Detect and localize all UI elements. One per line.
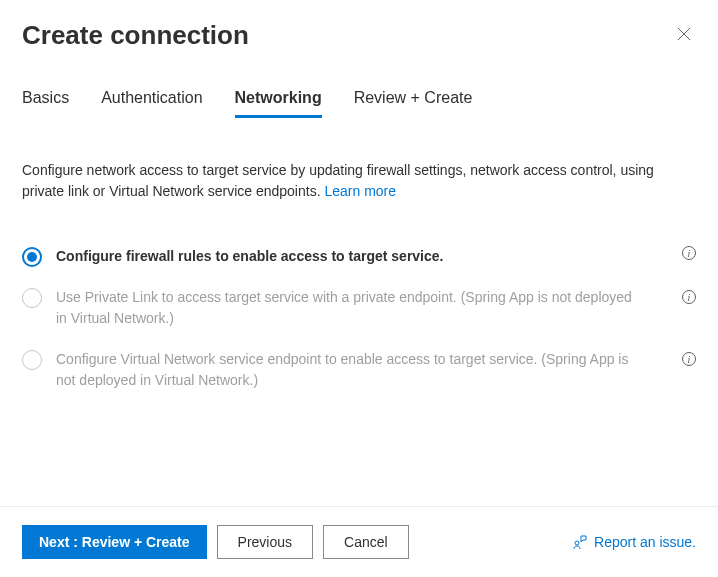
info-icon[interactable]: i <box>682 352 696 366</box>
info-icon[interactable]: i <box>682 246 696 260</box>
page-title: Create connection <box>22 20 249 51</box>
previous-button[interactable]: Previous <box>217 525 313 559</box>
tab-review-create[interactable]: Review + Create <box>354 89 473 118</box>
tab-bar: Basics Authentication Networking Review … <box>0 89 718 118</box>
description-text: Configure network access to target servi… <box>22 160 696 202</box>
next-button[interactable]: Next : Review + Create <box>22 525 207 559</box>
tab-networking[interactable]: Networking <box>235 89 322 118</box>
networking-options: Configure firewall rules to enable acces… <box>22 236 696 401</box>
option-private-link: Use Private Link to access target servic… <box>22 277 696 339</box>
svg-point-2 <box>575 541 579 545</box>
close-icon <box>676 28 692 45</box>
radio-firewall[interactable] <box>22 247 42 267</box>
option-firewall[interactable]: Configure firewall rules to enable acces… <box>22 236 696 277</box>
option-firewall-label: Configure firewall rules to enable acces… <box>56 246 678 267</box>
option-private-link-label: Use Private Link to access target servic… <box>56 289 632 326</box>
radio-private-link <box>22 288 42 308</box>
tab-basics[interactable]: Basics <box>22 89 69 118</box>
radio-vnet-endpoint <box>22 350 42 370</box>
close-button[interactable] <box>672 22 696 50</box>
info-icon[interactable]: i <box>682 290 696 304</box>
person-feedback-icon <box>572 534 588 550</box>
option-vnet-endpoint: Configure Virtual Network service endpoi… <box>22 339 696 401</box>
tab-authentication[interactable]: Authentication <box>101 89 202 118</box>
footer: Next : Review + Create Previous Cancel R… <box>0 506 718 577</box>
option-vnet-endpoint-label: Configure Virtual Network service endpoi… <box>56 351 628 388</box>
learn-more-link[interactable]: Learn more <box>324 183 396 199</box>
cancel-button[interactable]: Cancel <box>323 525 409 559</box>
report-issue-link[interactable]: Report an issue. <box>572 534 696 550</box>
report-issue-label: Report an issue. <box>594 534 696 550</box>
